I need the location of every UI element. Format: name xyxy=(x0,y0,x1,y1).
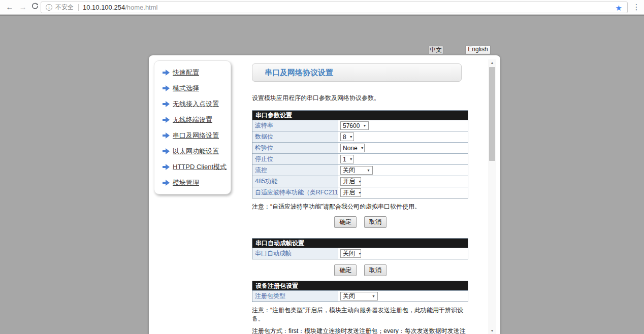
content-scrollbar[interactable]: ▲ ▼ xyxy=(488,59,496,334)
setting-label: 串口自动成帧 xyxy=(252,248,338,259)
sidebar-item-label: 以太网功能设置 xyxy=(173,147,219,156)
sidebar-item-label: 模块管理 xyxy=(173,178,199,187)
auto-frame-cancel-button[interactable]: 取消 xyxy=(364,264,387,276)
sidebar-item-label: 快速配置 xyxy=(173,68,199,77)
url-text[interactable]: 10.10.100.254/home.html xyxy=(83,4,157,11)
setting-label: 停止位 xyxy=(252,154,338,164)
sidebar: 快速配置 模式选择 无线接入点设置 无线终端设置 串口及网络设置 以太网功能设置 xyxy=(154,60,231,194)
sidebar-item-label: HTTPD Client模式 xyxy=(173,162,227,172)
url-bar[interactable]: i 不安全 10.10.100.254/home.html ★ xyxy=(41,2,628,13)
register-packet-note-1: 注意：“注册包类型”开启后，模块主动向服务器发送注册包，此功能用于辨识设备。 xyxy=(252,306,469,323)
page-title: 串口及网络协议设置 xyxy=(252,63,462,82)
chevron-down-icon: ▼ xyxy=(364,169,370,172)
stop-bits-select[interactable]: 1▼ xyxy=(340,155,354,163)
table-row: 注册包类型 关闭▼ xyxy=(252,290,468,302)
table-row: 485功能 开启▼ xyxy=(252,176,468,187)
browser-toolbar: ← → i 不安全 10.10.100.254/home.html ★ ⋮ xyxy=(0,0,644,15)
setting-label: 注册包类型 xyxy=(252,291,338,302)
page-subtitle: 设置模块应用程序的串口参数及网络协议参数。 xyxy=(252,94,469,103)
arrow-right-icon xyxy=(163,117,170,123)
english-language-button[interactable]: English xyxy=(465,45,491,54)
table-row: 自适应波特率功能（类RFC2117） 开启▼ xyxy=(252,187,468,198)
arrow-right-icon xyxy=(163,85,170,91)
security-label: 不安全 xyxy=(55,3,74,12)
setting-label: 检验位 xyxy=(252,143,338,153)
serial-params-note: 注意：“自适应波特率功能”请配合我公司的虚拟串口软件使用。 xyxy=(252,203,469,211)
register-packet-table: 设备注册包设置 注册包类型 关闭▼ xyxy=(252,281,468,302)
setting-label: 流控 xyxy=(252,165,338,176)
baud-rate-select[interactable]: 57600▼ xyxy=(340,121,369,130)
arrow-right-icon xyxy=(163,132,170,139)
url-separator xyxy=(78,4,79,11)
sidebar-item-label: 无线接入点设置 xyxy=(173,99,219,109)
sidebar-item-label: 串口及网络设置 xyxy=(173,131,219,140)
reload-button[interactable] xyxy=(29,2,41,13)
sidebar-item-serial-network[interactable]: 串口及网络设置 xyxy=(163,131,231,140)
bookmark-star-icon[interactable]: ★ xyxy=(616,4,622,12)
back-button[interactable]: ← xyxy=(4,2,15,13)
table-row: 数据位 8▼ xyxy=(252,131,468,142)
setting-label: 数据位 xyxy=(252,131,338,142)
auto-frame-table: 串口自动成帧设置 串口自动成帧 关闭▼ xyxy=(252,238,468,259)
table-header: 串口自动成帧设置 xyxy=(252,239,468,248)
arrow-right-icon xyxy=(163,148,170,154)
sidebar-item-ethernet[interactable]: 以太网功能设置 xyxy=(163,147,231,155)
chevron-down-icon: ▼ xyxy=(369,294,375,298)
serial-params-cancel-button[interactable]: 取消 xyxy=(364,216,387,228)
chevron-down-icon: ▼ xyxy=(346,135,353,139)
scroll-up-arrow-icon[interactable]: ▲ xyxy=(488,59,496,66)
sidebar-item-wireless-sta[interactable]: 无线终端设置 xyxy=(163,115,231,124)
serial-params-table: 串口参数设置 波特率 57600▼ 数据位 8▼ 检验位 None▼ 停止位 1… xyxy=(252,110,468,198)
arrow-right-icon xyxy=(163,101,170,107)
sidebar-item-label: 模式选择 xyxy=(173,84,199,93)
table-row: 停止位 1▼ xyxy=(252,153,468,164)
page-background: 中文 English 快速配置 模式选择 无线接入点设置 无线终端设置 xyxy=(0,15,644,334)
register-packet-note-2: 注册包方式：first：模块建立连接时发送注册包；every：每次发送数据时发送… xyxy=(252,327,469,334)
main-content: 串口及网络协议设置 设置模块应用程序的串口参数及网络协议参数。 串口参数设置 波… xyxy=(252,63,469,334)
sidebar-item-httpd-client[interactable]: HTTPD Client模式 xyxy=(163,162,231,171)
chevron-down-icon: ▼ xyxy=(355,191,362,194)
setting-label: 485功能 xyxy=(252,176,338,187)
sidebar-item-quick-config[interactable]: 快速配置 xyxy=(163,68,231,77)
parity-select[interactable]: None▼ xyxy=(340,144,365,152)
serial-params-buttons: 确定 取消 xyxy=(252,216,469,228)
forward-button[interactable]: → xyxy=(17,2,28,13)
flow-control-select[interactable]: 关闭▼ xyxy=(340,166,373,175)
scroll-down-arrow-icon[interactable]: ▼ xyxy=(488,327,496,334)
arrow-right-icon xyxy=(163,164,170,170)
chevron-down-icon: ▼ xyxy=(355,180,362,183)
sidebar-item-wireless-ap[interactable]: 无线接入点设置 xyxy=(163,99,231,108)
chevron-down-icon: ▼ xyxy=(358,146,364,150)
sidebar-item-label: 无线终端设置 xyxy=(173,115,212,124)
table-row: 检验位 None▼ xyxy=(252,142,468,153)
register-packet-type-select[interactable]: 关闭▼ xyxy=(340,292,378,300)
chevron-down-icon: ▼ xyxy=(355,252,362,255)
table-header: 串口参数设置 xyxy=(252,111,468,120)
sidebar-item-module-management[interactable]: 模块管理 xyxy=(163,178,231,187)
content-panel: 快速配置 模式选择 无线接入点设置 无线终端设置 串口及网络设置 以太网功能设置 xyxy=(149,55,500,334)
auto-frame-ok-button[interactable]: 确定 xyxy=(334,264,357,276)
rs485-select[interactable]: 开启▼ xyxy=(340,177,361,186)
table-row: 流控 关闭▼ xyxy=(252,164,468,176)
setting-label: 自适应波特率功能（类RFC2117） xyxy=(252,187,338,198)
sidebar-item-mode-select[interactable]: 模式选择 xyxy=(163,84,231,92)
adaptive-baud-select[interactable]: 开启▼ xyxy=(340,188,361,197)
scrollbar-thumb[interactable] xyxy=(489,67,495,161)
reload-icon xyxy=(31,3,39,10)
arrow-right-icon xyxy=(163,180,170,186)
arrow-right-icon xyxy=(163,70,170,76)
chevron-down-icon: ▼ xyxy=(360,124,366,127)
serial-params-ok-button[interactable]: 确定 xyxy=(334,216,357,228)
auto-frame-buttons: 确定 取消 xyxy=(252,264,469,276)
data-bits-select[interactable]: 8▼ xyxy=(340,132,354,141)
setting-label: 波特率 xyxy=(252,120,338,131)
table-header: 设备注册包设置 xyxy=(252,281,468,290)
menu-dots-button[interactable]: ⋮ xyxy=(632,3,641,12)
chinese-language-button[interactable]: 中文 xyxy=(428,46,443,54)
auto-frame-select[interactable]: 关闭▼ xyxy=(340,249,361,258)
site-info-icon[interactable]: i xyxy=(46,4,52,11)
table-row: 串口自动成帧 关闭▼ xyxy=(252,248,468,259)
table-row: 波特率 57600▼ xyxy=(252,120,468,131)
chevron-down-icon: ▼ xyxy=(346,157,353,161)
